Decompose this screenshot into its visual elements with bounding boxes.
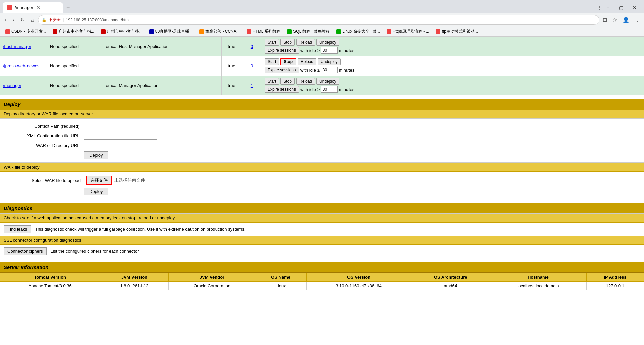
bookmark-2-icon bbox=[101, 29, 106, 34]
translate-icon[interactable]: ⊞ bbox=[601, 15, 608, 24]
deploy-button-1[interactable]: Deploy bbox=[84, 151, 108, 159]
address-bar-icons: ⊞ ☆ 👤 ⋮ bbox=[601, 15, 641, 24]
forward-button[interactable]: › bbox=[10, 16, 16, 24]
bookmark-2[interactable]: 广州市中小客车指... bbox=[98, 28, 145, 35]
bookmark-csdn[interactable]: CSDN - 专业开发... bbox=[3, 28, 49, 35]
stop-btn-2[interactable]: Stop bbox=[280, 78, 295, 85]
maximize-button[interactable]: ▢ bbox=[614, 4, 628, 12]
app-version-1: None specified bbox=[50, 63, 79, 68]
table-row: /jpress-web-newest None specified true 0… bbox=[0, 56, 644, 76]
xml-config-input[interactable] bbox=[84, 132, 157, 140]
idle-input-0[interactable] bbox=[321, 47, 338, 54]
idle-input-1[interactable] bbox=[321, 67, 338, 73]
server-ip-address: 127.0.0.1 bbox=[586, 282, 644, 290]
with-idle-2: with idle ≥ bbox=[300, 87, 320, 92]
app-desc-2: Tomcat Manager Application bbox=[104, 83, 158, 88]
idle-input-2[interactable] bbox=[321, 86, 338, 93]
menu-icon[interactable]: ⋮ bbox=[633, 15, 641, 24]
bookmark-icon[interactable]: ☆ bbox=[611, 15, 619, 24]
bookmark-7[interactable]: Linux 命令大全 | 菜... bbox=[334, 28, 383, 35]
deploy-section-header: Deploy bbox=[0, 99, 644, 109]
bookmark-5-label: HTML 系列教程 bbox=[253, 29, 281, 34]
expire-btn-0[interactable]: Expire sessions bbox=[265, 47, 299, 54]
bookmark-2-label: 广州市中小客车指... bbox=[107, 29, 143, 34]
server-jvm-vendor: Oracle Corporation bbox=[169, 282, 255, 290]
server-info-table: Tomcat Version JVM Version JVM Vendor OS… bbox=[0, 273, 644, 290]
user-icon[interactable]: 👤 bbox=[621, 15, 631, 24]
server-info-title: Server Information bbox=[4, 264, 48, 270]
stop-btn-0[interactable]: Stop bbox=[280, 39, 295, 46]
reload-button[interactable]: ↻ bbox=[18, 15, 27, 24]
start-btn-0[interactable]: Start bbox=[265, 39, 279, 46]
bookmark-8[interactable]: Https原理及流程 - ... bbox=[384, 28, 432, 35]
war-dir-input[interactable] bbox=[84, 142, 177, 149]
undeploy-btn-2[interactable]: Undeploy bbox=[316, 78, 339, 85]
reload-btn-0[interactable]: Reload bbox=[296, 39, 315, 46]
bookmark-3[interactable]: 80直播网-足球直播... bbox=[147, 28, 195, 35]
app-sessions-1[interactable]: 0 bbox=[251, 63, 253, 68]
server-tomcat-version: Apache Tomcat/8.0.36 bbox=[0, 282, 100, 290]
bookmark-6[interactable]: SQL 教程 | 菜鸟教程 bbox=[284, 28, 332, 35]
bookmark-4[interactable]: 雏鹰部落 - CCNA... bbox=[197, 28, 243, 35]
security-warning: 🔓 bbox=[42, 18, 47, 22]
deploy-section: Deploy Deploy directory or WAR file loca… bbox=[0, 99, 644, 199]
address-bar: ‹ › ↻ ⌂ 🔓 不安全 | 192.168.25.137:8080/mana… bbox=[0, 13, 644, 27]
address-input-field[interactable]: 🔓 不安全 | 192.168.25.137:8080/manager/html bbox=[38, 15, 599, 25]
reload-btn-2[interactable]: Reload bbox=[296, 78, 315, 85]
start-btn-2[interactable]: Start bbox=[265, 78, 279, 85]
app-running-2: true bbox=[228, 83, 235, 88]
ssl-title: SSL connector configuration diagnostics bbox=[4, 238, 82, 243]
tab-favicon bbox=[7, 5, 12, 10]
server-table-header-row: Tomcat Version JVM Version JVM Vendor OS… bbox=[0, 273, 644, 282]
back-button[interactable]: ‹ bbox=[3, 16, 8, 24]
reload-btn-1[interactable]: Reload bbox=[298, 58, 316, 65]
tab-close-button[interactable]: ✕ bbox=[36, 4, 40, 11]
home-button[interactable]: ⌂ bbox=[29, 16, 36, 24]
server-os-arch: amd64 bbox=[411, 282, 490, 290]
connector-ciphers-button[interactable]: Connector ciphers bbox=[4, 247, 47, 255]
expire-btn-2[interactable]: Expire sessions bbox=[265, 86, 299, 93]
app-path-link-0[interactable]: /host-manager bbox=[3, 44, 31, 49]
bookmark-1[interactable]: 广州市中小客车指... bbox=[50, 28, 97, 35]
find-leaks-button[interactable]: Find leaks bbox=[4, 225, 31, 233]
col-hostname: Hostname bbox=[490, 273, 586, 282]
no-file-text: 未选择任何文件 bbox=[114, 177, 145, 183]
bookmark-1-label: 广州市中小客车指... bbox=[59, 29, 94, 34]
minimize-button[interactable]: − bbox=[602, 4, 614, 12]
app-path-link-1[interactable]: /jpress-web-newest bbox=[3, 63, 41, 68]
active-tab[interactable]: /manager ✕ bbox=[3, 2, 63, 13]
window-controls: − ▢ ✕ bbox=[602, 4, 641, 12]
bookmarks-bar: CSDN - 专业开发... 广州市中小客车指... 广州市中小客车指... 8… bbox=[0, 27, 644, 36]
expire-btn-1[interactable]: Expire sessions bbox=[265, 67, 299, 73]
bookmark-3-label: 80直播网-足球直播... bbox=[155, 29, 193, 34]
context-path-input[interactable] bbox=[84, 122, 157, 130]
bookmark-5[interactable]: HTML 系列教程 bbox=[244, 28, 283, 35]
app-sessions-2[interactable]: 1 bbox=[251, 83, 253, 88]
new-tab-button[interactable]: + bbox=[63, 2, 73, 13]
bookmark-9-label: ftp主动模式和被动... bbox=[442, 29, 478, 34]
undeploy-btn-0[interactable]: Undeploy bbox=[316, 39, 339, 46]
expire-row-2: Expire sessions with idle ≥ minutes bbox=[265, 86, 641, 93]
app-sessions-0[interactable]: 0 bbox=[251, 44, 253, 49]
address-separator: | bbox=[63, 18, 64, 22]
close-button[interactable]: ✕ bbox=[628, 4, 641, 12]
diagnostics-body: Check to see if a web application has ca… bbox=[0, 213, 644, 258]
stop-btn-1[interactable]: Stop bbox=[280, 58, 296, 65]
deploy-button-2[interactable]: Deploy bbox=[84, 188, 108, 195]
minutes-1: minutes bbox=[339, 68, 355, 73]
deploy-subheader: Deploy directory or WAR file located on … bbox=[0, 109, 644, 118]
tab-bar: /manager ✕ + ⋮ − ▢ ✕ bbox=[0, 0, 644, 13]
deploy-btn-row: Deploy bbox=[84, 151, 637, 159]
bookmark-9[interactable]: ftp主动模式和被动... bbox=[433, 28, 480, 35]
deploy-subtitle: Deploy directory or WAR file located on … bbox=[4, 111, 93, 116]
choose-file-button[interactable]: 选择文件 bbox=[86, 176, 112, 185]
undeploy-btn-1[interactable]: Undeploy bbox=[318, 58, 341, 65]
context-path-label: Context Path (required): bbox=[7, 124, 81, 129]
app-path-link-2[interactable]: /manager bbox=[3, 83, 21, 88]
bookmark-6-label: SQL 教程 | 菜鸟教程 bbox=[293, 29, 330, 34]
diagnostics-section-header: Diagnostics bbox=[0, 203, 644, 213]
tab-list-button[interactable]: ⋮ bbox=[597, 5, 602, 10]
xml-config-row: XML Configuration file URL: bbox=[7, 132, 637, 140]
start-btn-1[interactable]: Start bbox=[265, 58, 279, 65]
find-leaks-row: Find leaks This diagnostic check will tr… bbox=[0, 223, 644, 236]
